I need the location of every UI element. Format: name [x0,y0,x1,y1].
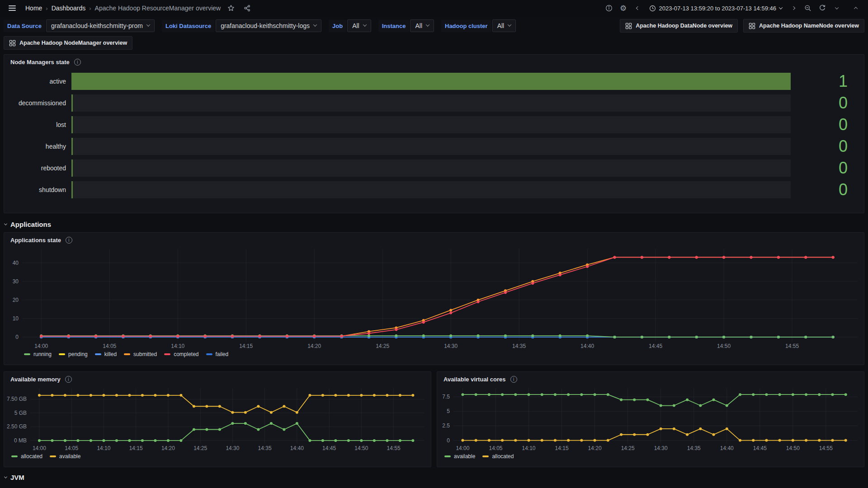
legend-label: failed [216,351,229,357]
legend-swatch-icon [11,455,18,457]
chevron-down-icon [4,222,7,225]
legend-item-available[interactable]: available [50,453,80,460]
legend-swatch-icon [124,353,130,355]
variable-selected-value: grafanacloud-keithschmitty-prom [51,22,143,29]
legend-label: killed [104,351,117,357]
variable-value-dropdown[interactable]: grafanacloud-keithschmitty-prom [46,19,155,32]
bar-gauge-track [71,73,791,90]
dashboard-link[interactable]: Apache Hadoop NodeManager overview [4,36,132,50]
svg-text:14:15: 14:15 [555,445,569,451]
info-icon[interactable]: i [65,376,72,383]
svg-text:14:30: 14:30 [654,445,668,451]
legend-item-submitted[interactable]: submitted [124,351,157,357]
svg-text:7.50 GB: 7.50 GB [7,396,27,402]
variable-value-dropdown[interactable]: grafanacloud-keithschmitty-logs [216,19,321,32]
zoom-out-time-button[interactable] [802,2,814,14]
legend-item-pending[interactable]: pending [59,351,88,357]
chart-svg: 14:0014:0514:1014:1514:2014:2514:3014:35… [4,385,431,452]
legend-item-completed[interactable]: completed [164,351,198,357]
available-memory-chart[interactable]: 14:0014:0514:1014:1514:2014:2514:3014:35… [4,385,431,452]
variable-value-dropdown[interactable]: All [492,19,516,32]
bar-gauge-value: 0 [791,95,858,111]
info-circle-icon [605,5,613,12]
legend-swatch-icon [482,455,489,457]
panel-title[interactable]: Node Managers state [10,59,70,66]
breadcrumb-dashboards[interactable]: Dashboards [52,5,86,12]
refresh-dashboard-button[interactable] [816,2,828,14]
time-range-picker[interactable]: 2023-07-13 13:59:20 to 2023-07-13 14:59:… [646,3,785,14]
dashboard-link[interactable]: Apache Hadoop NameNode overview [743,19,864,33]
svg-text:14:40: 14:40 [720,445,734,451]
variable-value-dropdown[interactable]: All [410,19,434,32]
panel-title[interactable]: Available virtual cores [443,376,506,383]
variable-value-dropdown[interactable]: All [347,19,371,32]
bar-gauge-row: shutdown 0 [10,181,858,198]
time-shift-back-button[interactable] [632,2,644,14]
legend-label: available [59,453,80,460]
dashboard-insights-button[interactable] [603,2,615,14]
refresh-interval-dropdown[interactable] [831,2,843,14]
panel-title[interactable]: Available memory [10,376,61,383]
apps-grid-icon [625,23,632,29]
menu-toggle-button[interactable] [6,2,18,14]
available-virtual-cores-chart[interactable]: 14:0014:0514:1014:1514:2014:2514:3014:35… [437,385,864,452]
panel-title[interactable]: Applications state [10,237,61,244]
applications-state-chart[interactable]: 14:0014:0514:1014:1514:2014:2514:3014:35… [4,245,864,350]
svg-text:14:05: 14:05 [65,445,78,451]
svg-text:14:20: 14:20 [307,343,321,349]
section-header-applications[interactable]: Applications [5,219,864,230]
time-range-text: 2023-07-13 13:59:20 to 2023-07-13 14:59:… [659,5,777,12]
favorite-star-button[interactable] [225,2,237,14]
panel-node-managers-state: Node Managers state i active 1 decommiss… [4,54,864,213]
svg-text:14:40: 14:40 [290,445,304,451]
time-shift-forward-button[interactable] [788,2,799,14]
chart-svg: 14:0014:0514:1014:1514:2014:2514:3014:35… [4,245,864,350]
svg-text:14:55: 14:55 [819,445,833,451]
legend-item-allocated[interactable]: allocated [482,453,514,460]
svg-text:14:35: 14:35 [258,445,272,451]
legend-item-killed[interactable]: killed [95,351,117,357]
dashboard-link-label: Apache Hadoop NodeManager overview [19,40,127,46]
share-dashboard-button[interactable] [241,2,253,14]
bar-gauge-fill [71,181,73,198]
bar-gauge-label: lost [10,121,71,128]
svg-text:14:10: 14:10 [171,343,184,349]
legend-label: allocated [21,453,42,460]
legend-item-running[interactable]: running [24,351,52,357]
dashboard-settings-button[interactable]: ⚙ [618,2,629,14]
dashboard-links-top: Apache Hadoop DataNode overview Apache H… [620,19,864,33]
svg-text:7.5: 7.5 [442,394,450,400]
legend-label: running [33,351,52,357]
legend-item-available[interactable]: available [444,453,475,460]
chevron-up-icon [854,7,858,10]
legend-label: pending [68,351,88,357]
legend-label: allocated [492,453,514,460]
bar-gauge-track [71,181,791,198]
collapse-nav-button[interactable] [850,2,862,14]
svg-text:10: 10 [13,315,19,322]
info-icon[interactable]: i [66,237,72,244]
svg-text:14:00: 14:00 [456,445,469,451]
svg-text:14:05: 14:05 [489,445,502,451]
chart-legend: availableallocated [437,452,864,462]
svg-text:14:10: 14:10 [522,445,536,451]
svg-text:14:50: 14:50 [717,343,731,349]
legend-item-failed[interactable]: failed [206,351,229,357]
section-header-jvm[interactable]: JVM [5,472,864,483]
dashboard-link[interactable]: Apache Hadoop DataNode overview [620,19,738,33]
dashboard-canvas: Data Source grafanacloud-keithschmitty-p… [0,16,868,483]
breadcrumb-home[interactable]: Home [25,5,42,12]
info-icon[interactable]: i [74,59,81,66]
svg-text:14:05: 14:05 [103,343,116,349]
nav-right-controls: ⚙ 2023-07-13 13:59:20 to 2023-07-13 14:5… [603,2,862,14]
svg-text:14:30: 14:30 [226,445,239,451]
info-icon[interactable]: i [510,376,517,383]
star-icon [227,5,235,12]
legend-swatch-icon [206,353,212,355]
panel-available-virtual-cores: Available virtual cores i 14:0014:0514:1… [437,371,864,467]
variable-selected-value: All [415,22,422,29]
svg-text:14:50: 14:50 [786,445,800,451]
bar-gauge-row: healthy 0 [10,138,858,155]
variable-selected-value: grafanacloud-keithschmitty-logs [221,22,310,29]
legend-item-allocated[interactable]: allocated [11,453,42,460]
